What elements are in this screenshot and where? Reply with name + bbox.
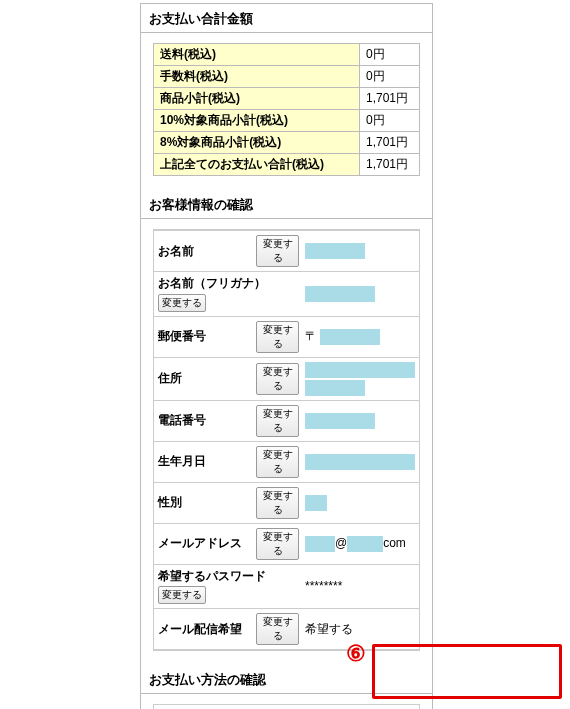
table-row: 手数料(税込)0円 [154, 66, 420, 88]
summary-table: 送料(税込)0円 手数料(税込)0円 商品小計(税込)1,701円 10%対象商… [153, 43, 420, 176]
customer-heading: お客様情報の確認 [141, 190, 432, 219]
order-confirm-panel: お支払い合計金額 送料(税込)0円 手数料(税込)0円 商品小計(税込)1,70… [140, 3, 433, 709]
table-row: 送料(税込)0円 [154, 44, 420, 66]
value-gender-redacted [305, 495, 327, 511]
label-payment-method: お支払い方法 [154, 705, 259, 709]
change-gender-button[interactable]: 変更する [256, 487, 299, 519]
value-name-kana-redacted [305, 286, 375, 302]
label-password: 希望するパスワード 変更する [154, 564, 301, 609]
row-phone: 電話番号 変更する [154, 400, 419, 441]
change-mail-opt-button[interactable]: 変更する [256, 613, 299, 645]
label-postal: 郵便番号 [154, 316, 254, 357]
summary-body: 送料(税込)0円 手数料(税込)0円 商品小計(税込)1,701円 10%対象商… [141, 33, 432, 190]
value-address1-redacted [305, 362, 415, 378]
label-address: 住所 [154, 357, 254, 400]
label-mail-opt: メール配信希望 [154, 609, 254, 650]
customer-table: お名前 変更する お名前（フリガナ） 変更する 郵便番号 変更する 〒 [154, 230, 419, 650]
value-payment-method: お振込み [307, 705, 420, 709]
row-gender: 性別 変更する [154, 482, 419, 523]
row-name: お名前 変更する [154, 231, 419, 272]
label-birth: 生年月日 [154, 441, 254, 482]
change-address-button[interactable]: 変更する [256, 363, 299, 395]
row-password: 希望するパスワード 変更する ******** [154, 564, 419, 609]
change-email-button[interactable]: 変更する [256, 528, 299, 560]
value-name-redacted [305, 243, 365, 259]
change-postal-button[interactable]: 変更する [256, 321, 299, 353]
label-name-kana: お名前（フリガナ） 変更する [154, 272, 301, 317]
table-row: 商品小計(税込)1,701円 [154, 88, 420, 110]
change-password-button[interactable]: 変更する [158, 586, 206, 604]
postal-prefix: 〒 [305, 329, 317, 343]
value-email-domain-redacted [347, 536, 383, 552]
table-row: 10%対象商品小計(税込)0円 [154, 110, 420, 132]
customer-body: お名前 変更する お名前（フリガナ） 変更する 郵便番号 変更する 〒 [141, 219, 432, 665]
change-phone-button[interactable]: 変更する [256, 405, 299, 437]
value-password: ******** [301, 564, 419, 609]
row-payment-method: お支払い方法 変更する お振込み [154, 705, 420, 709]
row-mail-opt: メール配信希望 変更する 希望する [154, 609, 419, 650]
value-address2-redacted [305, 380, 365, 396]
row-name-kana: お名前（フリガナ） 変更する [154, 272, 419, 317]
label-phone: 電話番号 [154, 400, 254, 441]
value-email-user-redacted [305, 536, 335, 552]
value-mail-opt: 希望する [301, 609, 419, 650]
value-birth-redacted [305, 454, 415, 470]
value-postal-redacted [320, 329, 380, 345]
change-birth-button[interactable]: 変更する [256, 446, 299, 478]
payment-table: お支払い方法 変更する お振込み わかさ商品定期お届けサイクル 変更する 2ヶ月… [153, 704, 420, 709]
table-row: 8%対象商品小計(税込)1,701円 [154, 132, 420, 154]
payment-heading: お支払い方法の確認 [141, 665, 432, 694]
row-address: 住所 変更する [154, 357, 419, 400]
payment-body: お支払い方法 変更する お振込み わかさ商品定期お届けサイクル 変更する 2ヶ月… [141, 694, 432, 709]
row-postal: 郵便番号 変更する 〒 [154, 316, 419, 357]
summary-heading: お支払い合計金額 [141, 4, 432, 33]
email-domain-suffix: com [383, 536, 406, 550]
label-email: メールアドレス [154, 523, 254, 564]
row-email: メールアドレス 変更する @com [154, 523, 419, 564]
email-at: @ [335, 536, 347, 550]
label-name: お名前 [154, 231, 254, 272]
value-phone-redacted [305, 413, 375, 429]
table-row: 上記全てのお支払い合計(税込)1,701円 [154, 154, 420, 176]
change-name-kana-button[interactable]: 変更する [158, 294, 206, 312]
change-name-button[interactable]: 変更する [256, 235, 299, 267]
label-gender: 性別 [154, 482, 254, 523]
row-birth: 生年月日 変更する [154, 441, 419, 482]
